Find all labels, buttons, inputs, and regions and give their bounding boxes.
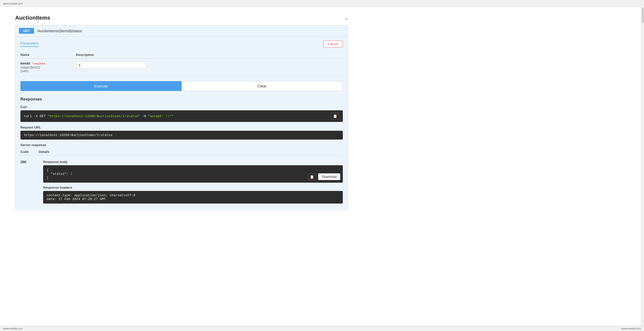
panel-body: Parameters Cancel Name Description itemI… [15, 37, 348, 210]
response-body-block: { "status": 2 } 📋 Download [43, 165, 343, 183]
browser-bar: www.newbe.pro [0, 0, 644, 7]
endpoint-row: GET /AuctionItems/{itemId}/status [15, 25, 348, 37]
response-body-content: { "status": 2 } [47, 168, 339, 180]
server-response-label: Server response [20, 143, 343, 147]
curl-flag: -H [140, 114, 148, 118]
tab-parameters[interactable]: Parameters [20, 41, 39, 47]
curl-command: curl -X GET [24, 114, 48, 118]
header-line1: content-type: application/json; charset=… [47, 193, 339, 197]
response-body-label: Response body [43, 160, 343, 164]
execute-button[interactable]: Execute [20, 81, 182, 91]
param-name-label: itemId [20, 61, 30, 65]
curl-copy-button[interactable]: 📋 [331, 113, 339, 119]
section-title: AuctionItems [15, 15, 50, 21]
param-row: itemId * required integer($int32) (path) [20, 58, 343, 76]
response-details: Response body { "status": 2 } [43, 160, 343, 204]
responses-section: Responses Curl curl -X GET "https://loca… [20, 97, 343, 206]
cancel-button[interactable]: Cancel [323, 41, 343, 47]
curl-accept: "accept: */*" [148, 114, 174, 118]
header-line2: date: 17 Feb 2024 07:28:27 GMT [47, 197, 339, 201]
actions-row: Execute Clear [20, 81, 343, 91]
params-table: Name Description itemId * required integ… [20, 51, 343, 76]
endpoint-path: /AuctionItems/{itemId}/status [37, 29, 82, 33]
param-input-col [76, 61, 147, 69]
col-name-header: Name [20, 53, 76, 57]
scrollbar-thumb [642, 8, 644, 23]
item-id-input[interactable] [76, 61, 147, 69]
request-url-block: https://localhost:14286/AuctionItems/1/s… [20, 131, 343, 140]
request-url-label: Request URL [20, 125, 343, 129]
body-line2: "status": 2 [47, 172, 339, 176]
col-details-header: Details [39, 150, 50, 154]
response-headers-label: Response headers [43, 186, 343, 189]
curl-code-block: curl -X GET "https://localhost:14286/Auc… [20, 110, 343, 122]
body-line1: { [47, 168, 339, 172]
method-badge: GET [19, 28, 34, 34]
curl-label: Curl [20, 105, 343, 109]
api-panel: GET /AuctionItems/{itemId}/status Parame… [15, 25, 348, 210]
response-body-actions: 📋 Download [305, 173, 340, 180]
download-button[interactable]: Download [318, 173, 340, 180]
server-response-section: Server response Code Details 200 Respons… [20, 143, 343, 206]
param-type-label: integer($int32) [20, 66, 76, 69]
request-url-section: Request URL https://localhost:14286/Auct… [20, 125, 343, 140]
request-url-text: https://localhost:14286/AuctionItems/1/s… [24, 133, 113, 137]
tabs-row: Parameters Cancel [20, 41, 343, 47]
col-code-header: Code [20, 150, 29, 154]
clear-button[interactable]: Clear [182, 81, 343, 91]
responses-title: Responses [20, 97, 343, 102]
body-value: 2 [70, 172, 72, 176]
col-description-header: Description [76, 53, 343, 57]
curl-url: "https://localhost:14286/AuctionItems/1/… [48, 114, 140, 118]
param-name-col: itemId * required integer($int32) (path) [20, 61, 76, 73]
section-header: AuctionItems ⌄ [15, 15, 348, 21]
body-key: "status" [51, 172, 66, 176]
scrollbar[interactable] [641, 0, 644, 220]
body-copy-button[interactable]: 📋 [308, 174, 316, 180]
response-row-200: 200 Response body { "status": 2 } [20, 158, 343, 206]
body-colon: : [66, 172, 70, 176]
browser-url: www.newbe.pro [3, 2, 23, 5]
response-headers-block: content-type: application/json; charset=… [43, 191, 343, 204]
response-code-200: 200 [20, 160, 33, 164]
curl-section: Curl curl -X GET "https://localhost:1428… [20, 105, 343, 122]
response-table-header: Code Details [20, 148, 343, 155]
curl-command-text: curl -X GET "https://localhost:14286/Auc… [24, 114, 328, 118]
body-line3: } [47, 176, 339, 180]
chevron-down-icon[interactable]: ⌄ [344, 15, 348, 21]
params-header-row: Name Description [20, 51, 343, 58]
param-required-label: * required [32, 62, 45, 65]
param-location-label: (path) [20, 69, 76, 73]
